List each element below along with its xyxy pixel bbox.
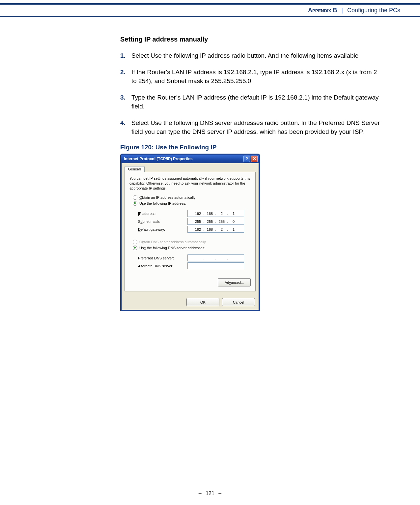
footer-dash-left: – — [199, 490, 202, 496]
label-ip-address: IP address: — [138, 212, 187, 216]
radio-icon — [133, 201, 137, 206]
step-4: 4. Select Use the following DNS server a… — [120, 118, 380, 136]
dialog-intro-text: You can get IP settings assigned automat… — [129, 176, 251, 191]
step-4-number: 4. — [120, 118, 131, 128]
steps-list: 1. Select Use the following IP address r… — [120, 51, 380, 136]
page-number: 121 — [206, 490, 214, 496]
radio-icon — [133, 240, 137, 244]
page-footer: – 121 – — [0, 490, 420, 496]
tab-panel-general: You can get IP settings assigned automat… — [125, 172, 256, 292]
radio-obtain-ip-automatically[interactable]: Obtain an IP address automatically — [133, 195, 251, 200]
step-3-text: Type the Router’s LAN IP address (the de… — [131, 93, 380, 111]
tab-strip: General — [125, 166, 256, 172]
step-1: 1. Select Use the following IP address r… — [120, 51, 380, 60]
step-3-number: 3. — [120, 93, 131, 102]
label-alternate-dns: Alternate DNS server: — [138, 264, 187, 268]
header-separator: | — [341, 7, 343, 14]
radio-use-following-dns[interactable]: Use the following DNS server addresses: — [133, 246, 251, 250]
preferred-dns-input[interactable]: . . . — [187, 254, 244, 261]
subnet-mask-input[interactable]: 255. 255. 255. 0 — [187, 218, 244, 225]
content-area: Setting IP address manually 1. Select Us… — [120, 36, 380, 311]
field-alternate-dns-row: Alternate DNS server: . . . — [138, 262, 251, 269]
radio-icon — [133, 195, 137, 200]
alternate-dns-input[interactable]: . . . — [187, 262, 244, 269]
label-preferred-dns: Preferred DNS server: — [138, 256, 187, 260]
step-3: 3. Type the Router’s LAN IP address (the… — [120, 93, 380, 111]
radio-obtain-dns-label: Obtain DNS server address automatically — [139, 240, 206, 244]
field-preferred-dns-row: Preferred DNS server: . . . — [138, 254, 251, 261]
ip-address-input[interactable]: 192. 168. 2. 1 — [187, 210, 244, 217]
radio-obtain-ip-label: Obtain an IP address automatically — [139, 195, 195, 199]
radio-icon — [133, 246, 137, 250]
field-default-gateway-row: Default gateway: 192. 168. 2. 1 — [138, 226, 251, 233]
chapter-title: Configuring the PCs — [347, 7, 400, 14]
step-4-text: Select Use the following DNS server addr… — [131, 118, 380, 136]
step-1-text: Select Use the following IP address radi… — [131, 51, 380, 60]
step-2-text: If the Router's LAN IP address is 192.16… — [131, 68, 380, 86]
step-2: 2. If the Router's LAN IP address is 192… — [120, 68, 380, 86]
figure-caption: Figure 120: Use the Following IP — [120, 144, 380, 151]
radio-use-following-ip[interactable]: Use the following IP address: — [133, 201, 251, 206]
dialog-titlebar[interactable]: Internet Protocol (TCP/IP) Properties ? … — [121, 155, 259, 163]
label-default-gateway: Default gateway: — [138, 227, 187, 231]
close-button[interactable]: ✕ — [251, 156, 258, 162]
dialog-footer: OK Cancel — [121, 295, 259, 310]
close-icon: ✕ — [253, 156, 256, 161]
field-subnet-mask-row: Subnet mask: 255. 255. 255. 0 — [138, 218, 251, 225]
section-title: Setting IP address manually — [120, 36, 380, 43]
page-header: Appendix B | Configuring the PCs — [0, 3, 420, 17]
label-subnet-mask: Subnet mask: — [138, 220, 187, 223]
radio-use-dns-label: Use the following DNS server addresses: — [139, 246, 206, 250]
step-2-number: 2. — [120, 68, 131, 77]
help-icon: ? — [245, 156, 248, 161]
default-gateway-input[interactable]: 192. 168. 2. 1 — [187, 226, 244, 233]
advanced-button[interactable]: Advanced... — [218, 278, 251, 286]
radio-obtain-dns-automatically: Obtain DNS server address automatically — [133, 240, 251, 244]
dialog-title: Internet Protocol (TCP/IP) Properties — [124, 157, 193, 161]
radio-use-ip-label: Use the following IP address: — [139, 201, 186, 205]
cancel-button[interactable]: Cancel — [222, 298, 255, 306]
tab-general[interactable]: General — [125, 166, 145, 172]
field-ip-address-row: IP address: 192. 168. 2. 1 — [138, 210, 251, 217]
ok-button[interactable]: OK — [186, 298, 219, 306]
appendix-label: Appendix B — [308, 7, 337, 14]
help-button[interactable]: ? — [243, 156, 250, 162]
tcpip-properties-dialog: Internet Protocol (TCP/IP) Properties ? … — [120, 154, 260, 312]
step-1-number: 1. — [120, 51, 131, 60]
footer-dash-right: – — [218, 490, 221, 496]
